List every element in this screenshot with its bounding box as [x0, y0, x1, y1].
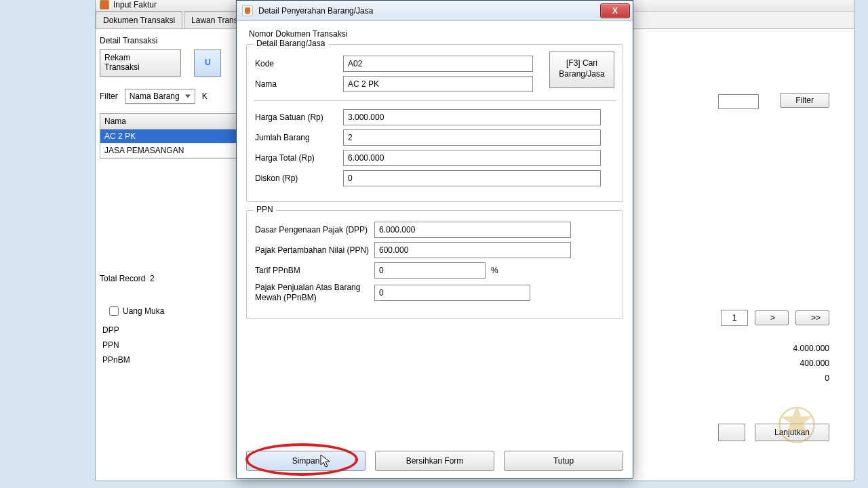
jumlah-barang-input[interactable] [343, 129, 601, 146]
harga-total-label: Harga Total (Rp) [255, 153, 343, 163]
bersihkan-label: Bersihkan Form [406, 456, 464, 466]
page-input[interactable] [721, 310, 748, 326]
bersihkan-form-button[interactable]: Bersihkan Form [375, 451, 494, 471]
last-page-button[interactable]: >> [795, 310, 829, 325]
simpan-label: Simpan [292, 456, 320, 466]
dialog-titlebar: Detail Penyerahan Barang/Jasa X [237, 1, 633, 21]
detail-penyerahan-dialog: Detail Penyerahan Barang/Jasa X Nomor Do… [236, 0, 633, 479]
kode-input[interactable] [343, 56, 533, 72]
ubah-button[interactable]: U [194, 49, 221, 77]
kode-label: Kode [255, 59, 343, 68]
java-icon [242, 5, 253, 16]
summary-values: 4.000.000 400.000 0 [793, 341, 829, 386]
lanjutkan-button[interactable]: Lanjutkan [755, 424, 829, 441]
close-icon: X [612, 6, 618, 16]
ppnbm-label: Pajak Penjualan Atas Barang Mewah (PPnBM… [255, 283, 374, 303]
parent-title: Input Faktur [113, 0, 157, 9]
detail-barang-title: Detail Barang/Jasa [254, 39, 328, 48]
summary-ppn-value: 400.000 [793, 356, 829, 371]
dpp-label: Dasar Pengenaan Pajak (DPP) [255, 225, 374, 235]
dialog-body: Nomor Dokumen Transaksi Detail Barang/Ja… [237, 21, 633, 332]
nomor-dokumen-label: Nomor Dokumen Transaksi [249, 29, 623, 39]
jumlah-barang-label: Jumlah Barang [255, 133, 343, 142]
separator [254, 100, 616, 101]
percent-label: % [491, 266, 498, 275]
ppn-group: PPN Dasar Pengenaan Pajak (DPP) Pajak Pe… [246, 210, 623, 319]
diskon-input[interactable] [343, 170, 601, 186]
tutup-button[interactable]: Tutup [504, 451, 623, 471]
summary-dpp-value: 4.000.000 [793, 341, 829, 356]
filter-k: K [202, 92, 208, 101]
cari-line1: [F3] Cari [550, 58, 614, 68]
tab-dokumen-transaksi[interactable]: Dokumen Transaksi [96, 12, 182, 28]
diskon-label: Diskon (Rp) [255, 174, 343, 183]
nama-input[interactable] [343, 76, 533, 92]
dpp-input[interactable] [374, 222, 571, 238]
close-button[interactable]: X [600, 3, 630, 18]
filter-label: Filter [100, 92, 118, 101]
filter-select[interactable]: Nama Barang [125, 89, 195, 104]
tarif-ppnbm-label: Tarif PPnBM [255, 266, 374, 276]
summary-ppnbm-value: 0 [793, 371, 829, 386]
cari-line2: Barang/Jasa [550, 68, 614, 79]
hidden-box [718, 424, 745, 441]
nama-label: Nama [255, 79, 343, 89]
tarif-ppnbm-input[interactable] [374, 262, 486, 279]
detail-barang-group: Detail Barang/Jasa [F3] Cari Barang/Jasa… [246, 44, 623, 202]
dialog-title: Detail Penyerahan Barang/Jasa [258, 6, 373, 16]
harga-total-input[interactable] [343, 150, 601, 166]
cari-barang-button[interactable]: [F3] Cari Barang/Jasa [549, 52, 614, 88]
rekam-transaksi-button[interactable]: Rekam Transaksi [100, 49, 181, 77]
total-record-label: Total Record [100, 274, 145, 283]
harga-satuan-input[interactable] [343, 109, 601, 125]
harga-satuan-label: Harga Satuan (Rp) [255, 113, 343, 122]
page-nav: > >> [721, 310, 829, 326]
total-record-value: 2 [150, 274, 155, 283]
right-filter-input[interactable] [718, 94, 759, 109]
ppn-input[interactable] [374, 242, 571, 258]
tutup-label: Tutup [553, 456, 574, 466]
ppn-label: Pajak Pertambahan Nilai (PPN) [255, 245, 374, 256]
simpan-button[interactable]: Simpan [246, 451, 366, 471]
uang-muka-checkbox[interactable] [109, 306, 119, 316]
java-icon [100, 0, 109, 9]
dialog-footer: Simpan Bersihkan Form Tutup [237, 451, 633, 471]
ppnbm-input[interactable] [374, 285, 530, 301]
uang-muka-label: Uang Muka [123, 306, 164, 316]
next-page-button[interactable]: > [755, 310, 789, 325]
filter-button[interactable]: Filter [780, 93, 829, 108]
ppn-title: PPN [254, 205, 276, 214]
